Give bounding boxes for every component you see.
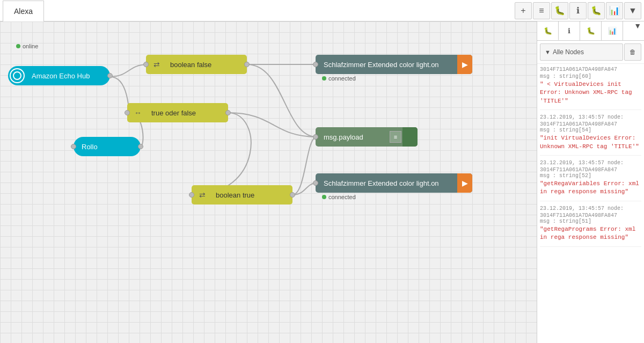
msg-label: msg.payload	[318, 133, 389, 141]
msg-input-port	[313, 134, 318, 140]
echo-hub-node[interactable]: Amazon Echo Hub	[8, 66, 110, 85]
filter-button[interactable]: ▼ Alle Nodes	[540, 43, 623, 61]
online-dot	[16, 44, 20, 48]
schlaf1-arrow: ▶	[462, 60, 468, 69]
bool-false-output-port	[244, 62, 250, 67]
log-3-type: msg : string[52]	[540, 173, 641, 179]
sidebar-tab-debug[interactable]: 🐛	[537, 21, 559, 40]
log-3-node: 3014F711A061A7DA498FA847	[540, 167, 641, 173]
true-oder-false-output-port	[225, 110, 231, 115]
log-3-meta: 23.12.2019, 13:45:57 node:	[540, 160, 641, 166]
schlaf1-status: connected	[322, 75, 356, 82]
schlaf2-status-dot	[322, 195, 326, 199]
log-2-type: msg : string[54]	[540, 127, 641, 133]
echo-hub-status: online	[16, 43, 38, 49]
schlaf1-input-port	[313, 62, 318, 67]
msg-payload-node[interactable]: msg.payload ≡	[316, 127, 418, 147]
sidebar-toolbar: ▼ Alle Nodes 🗑	[537, 41, 644, 64]
sidebar-tabs: 🐛 ℹ 🐛 📊 ▼	[537, 21, 644, 41]
log-1-meta: 3014F711A061A7DA498FA847	[540, 67, 641, 72]
log-4-type: msg : string[51]	[540, 218, 641, 224]
log-2-text: "init VirtualDevices Error: Unknown XML-…	[540, 134, 641, 151]
main-layout: Amazon Echo Hub online Rollo ⇄ boolean f…	[0, 21, 644, 343]
sidebar-tab-chart[interactable]: 📊	[602, 21, 623, 40]
true-oder-false-node[interactable]: ↔ true oder false	[127, 103, 228, 122]
sidebar-tab-info[interactable]: ℹ	[559, 21, 580, 40]
echo-hub-label: Amazon Echo Hub	[26, 72, 107, 80]
log-2-node: 3014F711A061A7DA498FA847	[540, 121, 641, 127]
filter-icon: ▼	[545, 49, 551, 55]
log-1-type: msg : string[60]	[540, 74, 641, 79]
log-entry-4: 23.12.2019, 13:45:57 node: 3014F711A061A…	[540, 206, 641, 247]
add-button[interactable]: +	[515, 2, 532, 19]
log-4-node: 3014F711A061A7DA498FA847	[540, 213, 641, 218]
tab-label: Alexa	[14, 7, 33, 16]
schlaf2-label: Schlafzimmer Extended color light.on	[318, 179, 457, 187]
schlaf2-status: connected	[322, 194, 356, 200]
schlafzimmer-2-node[interactable]: Schlafzimmer Extended color light.on ▶	[316, 173, 472, 193]
echo-hub-output-port	[107, 73, 113, 78]
true-oder-false-label: true oder false	[146, 109, 225, 117]
schlaf2-output-port: ▶	[457, 173, 472, 193]
schlaf1-status-label: connected	[328, 75, 356, 82]
sidebar: 🐛 ℹ 🐛 📊 ▼ ▼ Alle Nodes 🗑 3014F711A061A7D…	[537, 21, 644, 343]
shuffle-icon-3: ⇄	[196, 189, 208, 201]
bool-true-output-port	[290, 192, 295, 198]
shuffle-icon: ⇄	[151, 59, 163, 70]
msg-output-port	[402, 127, 418, 147]
bool-false-input-port	[143, 62, 149, 67]
log-entry-1: 3014F711A061A7DA498FA847 msg : string[60…	[540, 67, 641, 110]
debug-tab-btn[interactable]: 🐛	[551, 2, 568, 19]
log-panel[interactable]: 3014F711A061A7DA498FA847 msg : string[60…	[537, 64, 644, 343]
log-1-text: " < VirtualDevices init Error: Unknown X…	[540, 81, 641, 105]
active-tab[interactable]: Alexa	[3, 1, 44, 22]
echo-icon	[10, 68, 25, 83]
log-4-text: "getRegaPrograms Error: xml in rega resp…	[540, 225, 641, 242]
shuffle-icon-2: ↔	[132, 107, 144, 119]
sidebar-tab-node[interactable]: 🐛	[580, 21, 602, 40]
info-tab-btn[interactable]: ℹ	[569, 2, 587, 19]
schlaf2-input-port	[313, 180, 318, 186]
list-button[interactable]: ≡	[533, 2, 550, 19]
schlaf1-output-port: ▶	[457, 55, 472, 74]
filter-label: Alle Nodes	[553, 48, 584, 56]
boolean-true-node[interactable]: ⇄ boolean true	[192, 185, 292, 205]
clear-log-button[interactable]: 🗑	[624, 43, 641, 61]
bool-false-label: boolean false	[165, 61, 244, 69]
log-entry-2: 23.12.2019, 13:45:57 node: 3014F711A061A…	[540, 114, 641, 156]
rollo-input-port	[71, 144, 76, 149]
header-toolbar: + ≡ 🐛 ℹ 🐛 📊 ▼	[515, 2, 644, 19]
bool-true-input-port	[189, 192, 194, 198]
header: Alexa + ≡ 🐛 ℹ 🐛 📊 ▼	[0, 0, 644, 21]
chart-tab-btn[interactable]: 📊	[606, 2, 623, 19]
node-tab-btn[interactable]: 🐛	[588, 2, 605, 19]
bool-true-label: boolean true	[210, 191, 290, 199]
log-4-meta: 23.12.2019, 13:45:57 node:	[540, 206, 641, 211]
schlaf2-status-label: connected	[328, 194, 356, 200]
log-2-meta: 23.12.2019, 13:45:57 node:	[540, 114, 641, 120]
schlafzimmer-1-node[interactable]: Schlafzimmer Extended color light.on ▶	[316, 55, 472, 74]
true-oder-false-input-port	[125, 110, 130, 115]
msg-list-icon: ≡	[390, 131, 401, 143]
rollo-output-port	[138, 144, 143, 149]
more-btn[interactable]: ▼	[624, 2, 641, 19]
rollo-node[interactable]: Rollo	[74, 137, 141, 156]
rollo-label: Rollo	[76, 143, 138, 151]
schlaf1-label: Schlafzimmer Extended color light.on	[318, 61, 457, 69]
schlaf2-arrow: ▶	[462, 179, 468, 187]
sidebar-expand-arrow[interactable]: ▼	[634, 21, 644, 40]
schlaf1-status-dot	[322, 76, 326, 81]
boolean-false-node[interactable]: ⇄ boolean false	[146, 55, 247, 74]
online-label: online	[23, 43, 38, 49]
log-entry-3: 23.12.2019, 13:45:57 node: 3014F711A061A…	[540, 160, 641, 201]
flow-canvas[interactable]: Amazon Echo Hub online Rollo ⇄ boolean f…	[0, 21, 537, 343]
log-3-text: "getRegaVariables Error: xml in rega res…	[540, 180, 641, 196]
